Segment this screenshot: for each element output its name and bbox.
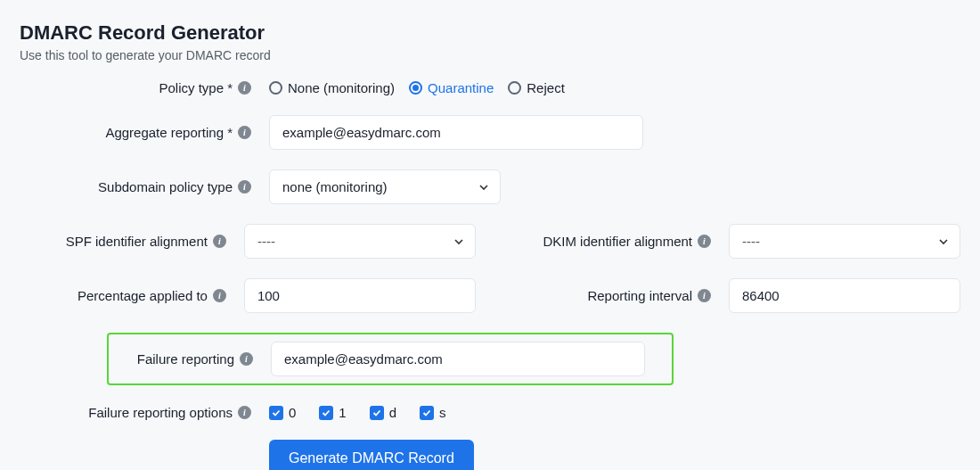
checkbox-label: d [389, 405, 396, 420]
failure-reporting-input[interactable] [271, 342, 645, 376]
radio-icon [508, 81, 521, 95]
info-icon[interactable]: i [698, 289, 711, 302]
aggregate-reporting-label: Aggregate reporting * [105, 125, 233, 140]
info-icon[interactable]: i [238, 126, 251, 139]
row-alignment: SPF identifier alignment i ---- DKIM ide… [20, 224, 960, 259]
spf-alignment-label: SPF identifier alignment [66, 234, 208, 249]
row-percentage-interval: Percentage applied to i Reporting interv… [20, 278, 960, 313]
checkbox-option-d[interactable]: d [370, 405, 396, 420]
percentage-label: Percentage applied to [78, 288, 208, 303]
check-icon [269, 406, 283, 420]
radio-policy-reject[interactable]: Reject [508, 80, 565, 95]
info-icon[interactable]: i [238, 180, 251, 194]
info-icon[interactable]: i [240, 352, 253, 366]
info-icon[interactable]: i [213, 235, 226, 248]
info-icon[interactable]: i [238, 81, 251, 95]
row-aggregate-reporting: Aggregate reporting * i [20, 115, 960, 150]
checkbox-label: 1 [339, 405, 346, 420]
generate-button[interactable]: Generate DMARC Record [269, 440, 474, 470]
page-title: DMARC Record Generator [20, 21, 960, 45]
check-icon [319, 406, 333, 420]
subdomain-policy-label: Subdomain policy type [98, 179, 233, 194]
row-failure-options: Failure reporting options i 0 1 d s [20, 405, 960, 420]
subdomain-policy-select[interactable]: none (monitoring) [269, 169, 501, 204]
row-policy-type: Policy type * i None (monitoring) Quaran… [20, 80, 960, 95]
percentage-input[interactable] [244, 278, 476, 313]
row-generate: Generate DMARC Record [20, 440, 960, 470]
checkbox-option-s[interactable]: s [420, 405, 446, 420]
dkim-alignment-label: DKIM identifier alignment [543, 234, 692, 249]
checkbox-label: s [439, 405, 446, 420]
reporting-interval-label: Reporting interval [587, 288, 692, 303]
aggregate-reporting-input[interactable] [269, 115, 643, 150]
radio-icon [269, 81, 282, 95]
row-subdomain-policy: Subdomain policy type i none (monitoring… [20, 169, 960, 204]
info-icon[interactable]: i [698, 235, 711, 248]
check-icon [420, 406, 434, 420]
checkbox-label: 0 [289, 405, 296, 420]
failure-options-label: Failure reporting options [88, 405, 233, 420]
radio-label: None (monitoring) [288, 80, 395, 95]
info-icon[interactable]: i [213, 289, 226, 302]
checkbox-option-0[interactable]: 0 [269, 405, 296, 420]
radio-label: Reject [527, 80, 565, 95]
radio-policy-none[interactable]: None (monitoring) [269, 80, 395, 95]
checkbox-option-1[interactable]: 1 [319, 405, 346, 420]
failure-reporting-label: Failure reporting [137, 351, 234, 367]
info-icon[interactable]: i [238, 406, 251, 419]
spf-alignment-select[interactable]: ---- [244, 224, 476, 259]
radio-label: Quarantine [428, 80, 494, 95]
dkim-alignment-select[interactable]: ---- [729, 224, 960, 259]
row-failure-reporting-highlight: Failure reporting i [107, 333, 674, 385]
radio-policy-quarantine[interactable]: Quarantine [409, 80, 494, 95]
check-icon [370, 406, 384, 420]
page-subtitle: Use this tool to generate your DMARC rec… [20, 48, 960, 62]
reporting-interval-input[interactable] [729, 278, 960, 313]
radio-icon [409, 81, 422, 95]
policy-type-label: Policy type * [159, 80, 233, 95]
